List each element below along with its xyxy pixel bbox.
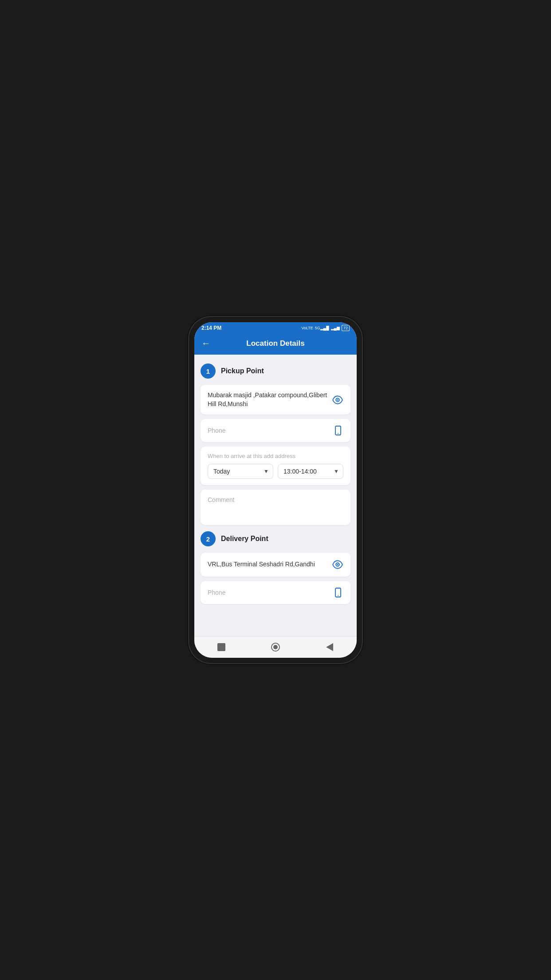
delivery-location-icon[interactable] bbox=[332, 559, 343, 570]
time-select[interactable]: 13:00-14:00 14:00-15:00 15:00-16:00 bbox=[278, 464, 343, 479]
svg-point-7 bbox=[338, 595, 338, 596]
delivery-phone-placeholder: Phone bbox=[208, 589, 333, 596]
delivery-badge: 2 bbox=[201, 531, 216, 546]
pickup-phone-icon bbox=[333, 425, 343, 436]
delivery-section-header: 2 Delivery Point bbox=[201, 530, 350, 548]
comment-placeholder: Comment bbox=[208, 496, 235, 503]
lte-icon: VoLTE bbox=[301, 326, 313, 330]
recent-apps-icon bbox=[217, 643, 225, 651]
page-title: Location Details bbox=[246, 339, 304, 348]
status-bar: 2:14 PM VoLTE 5G▂▄█ ▂▄▆ 72 bbox=[194, 322, 357, 334]
pickup-location-icon[interactable] bbox=[332, 394, 343, 406]
battery-icon: 72 bbox=[342, 325, 350, 331]
pickup-address-card[interactable]: Mubarak masjid ,Patakar compound,Glibert… bbox=[201, 385, 350, 415]
svg-point-1 bbox=[337, 399, 338, 400]
back-nav-icon bbox=[326, 643, 333, 651]
delivery-title: Delivery Point bbox=[221, 535, 268, 543]
pickup-section-header: 1 Pickup Point bbox=[201, 362, 350, 380]
pickup-address-text: Mubarak masjid ,Patakar compound,Glibert… bbox=[208, 391, 332, 408]
signal-5g-icon: 5G▂▄█ bbox=[315, 326, 329, 330]
pickup-title: Pickup Point bbox=[221, 367, 264, 375]
status-time: 2:14 PM bbox=[201, 325, 221, 331]
delivery-phone-icon bbox=[333, 587, 343, 598]
delivery-phone-card[interactable]: Phone bbox=[201, 581, 350, 604]
phone-frame: 2:14 PM VoLTE 5G▂▄█ ▂▄▆ 72 ← Location De… bbox=[189, 317, 362, 663]
time-select-wrapper[interactable]: 13:00-14:00 14:00-15:00 15:00-16:00 ▼ bbox=[278, 464, 343, 479]
svg-point-3 bbox=[338, 433, 338, 434]
pickup-comment-card[interactable]: Comment bbox=[201, 490, 350, 525]
status-icons: VoLTE 5G▂▄█ ▂▄▆ 72 bbox=[301, 325, 350, 331]
home-button[interactable] bbox=[269, 641, 282, 653]
home-icon bbox=[271, 643, 280, 652]
scroll-content: 1 Pickup Point Mubarak masjid ,Patakar c… bbox=[194, 355, 357, 636]
svg-point-5 bbox=[337, 564, 338, 565]
time-selects: Today Tomorrow ▼ 13:00-14:00 14:00-15:00… bbox=[208, 464, 343, 479]
back-nav-button[interactable] bbox=[323, 641, 336, 653]
phone-screen: 2:14 PM VoLTE 5G▂▄█ ▂▄▆ 72 ← Location De… bbox=[194, 322, 357, 658]
pickup-phone-card[interactable]: Phone bbox=[201, 419, 350, 442]
time-label: When to arrive at this add address bbox=[208, 453, 343, 459]
delivery-address-card[interactable]: VRL,Bus Terminal Seshadri Rd,Gandhi bbox=[201, 553, 350, 577]
recent-apps-button[interactable] bbox=[215, 641, 228, 653]
delivery-address-text: VRL,Bus Terminal Seshadri Rd,Gandhi bbox=[208, 560, 332, 569]
back-button[interactable]: ← bbox=[201, 338, 210, 348]
signal-lte-icon: ▂▄▆ bbox=[331, 326, 340, 330]
pickup-phone-placeholder: Phone bbox=[208, 427, 333, 434]
app-header: ← Location Details bbox=[194, 334, 357, 355]
nav-bar bbox=[194, 636, 357, 658]
pickup-badge: 1 bbox=[201, 364, 216, 379]
day-select-wrapper[interactable]: Today Tomorrow ▼ bbox=[208, 464, 273, 479]
pickup-time-card: When to arrive at this add address Today… bbox=[201, 447, 350, 485]
day-select[interactable]: Today Tomorrow bbox=[208, 464, 273, 479]
